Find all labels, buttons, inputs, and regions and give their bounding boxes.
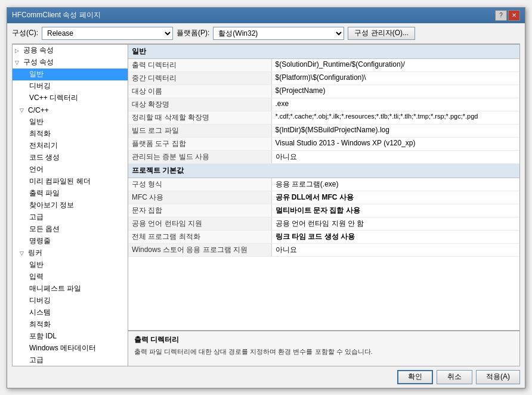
tree-item-vc-dirs[interactable]: VC++ 디렉터리 [13, 92, 128, 104]
prop-row-winstore: Windows 스토어 응용 프로그램 지원 아니요 [128, 243, 519, 256]
prop-row-target-name: 대상 이름 $(ProjectName) [128, 85, 519, 98]
property-table: 일반 출력 디렉터리 $(SolutionDir)_Runtime/$(Conf… [128, 45, 519, 257]
tree-item-general[interactable]: 일반 [13, 69, 128, 80]
prop-value-platform-toolset[interactable]: Visual Studio 2013 - Windows XP (v120_xp… [271, 137, 519, 150]
prop-name-output-dir: 출력 디렉터리 [128, 58, 271, 71]
tree-item-linker-debug[interactable]: 디버깅 [13, 295, 128, 307]
tree-item-config-props[interactable]: ▽ 구성 속성 [13, 57, 128, 69]
prop-row-inter-dir: 중간 디렉터리 $(Platform)\$(Configuration)\ [128, 71, 519, 85]
prop-row-platform-toolset: 플랫폼 도구 집합 Visual Studio 2013 - Windows X… [128, 137, 519, 150]
section-project-defaults-label: 프로젝트 기본값 [132, 166, 184, 175]
prop-name-config-type: 구성 형식 [128, 178, 271, 191]
window-title: HFCommClient 속성 페이지 [12, 10, 101, 20]
toolbar: 구성(C): Release 플랫폼(P): 활성(Win32) 구성 관리자(… [7, 23, 525, 43]
apply-button[interactable]: 적용(A) [476, 370, 520, 384]
tree-item-debugging[interactable]: 디버깅 [13, 80, 128, 92]
tree-item-linker-advanced[interactable]: 고급 [13, 354, 128, 366]
tree-item-linker-input[interactable]: 입력 [13, 271, 128, 283]
prop-value-winstore[interactable]: 아니요 [271, 243, 519, 256]
prop-value-output-dir[interactable]: $(SolutionDir)_Runtime/$(Configuration)/ [271, 58, 519, 71]
tree-item-linker-opt[interactable]: 최적화 [13, 319, 128, 331]
property-panel: 일반 출력 디렉터리 $(SolutionDir)_Runtime/$(Conf… [128, 44, 520, 366]
prop-name-clr-support: 공용 언어 런타임 지원 [128, 217, 271, 230]
collapse-icon-cpp: ▽ [20, 107, 27, 113]
tree-item-preprocessor[interactable]: 전처리기 [13, 140, 128, 152]
close-button[interactable]: ✕ [508, 10, 520, 21]
platform-select[interactable]: 활성(Win32) [213, 27, 344, 40]
collapse-icon: ▽ [15, 60, 22, 66]
prop-name-target-ext: 대상 확장명 [128, 98, 271, 111]
prop-name-clean-ext: 정리할 때 삭제할 확장명 [128, 111, 271, 124]
prop-value-clr-support[interactable]: 공용 언어 런타임 지원 안 함 [271, 217, 519, 230]
ok-button[interactable]: 확인 [397, 370, 433, 384]
prop-name-charset: 문자 집합 [128, 204, 271, 217]
prop-name-winstore: Windows 스토어 응용 프로그램 지원 [128, 243, 271, 256]
tree-item-embedded-idl[interactable]: 포함 IDL [13, 331, 128, 343]
prop-value-whole-prog-opt[interactable]: 링크 타임 코드 생성 사용 [271, 230, 519, 243]
tree-item-win-metadata[interactable]: Windows 메타데이터 [13, 343, 128, 354]
help-button[interactable]: ? [495, 10, 507, 21]
prop-name-managed-incr: 관리되는 증분 빌드 사용 [128, 150, 271, 163]
prop-value-mfc-use[interactable]: 공유 DLL에서 MFC 사용 [271, 191, 519, 204]
prop-row-whole-prog-opt: 전체 프로그램 최적화 링크 타임 코드 생성 사용 [128, 230, 519, 243]
tree-item-all-options[interactable]: 모든 옵션 [13, 223, 128, 235]
prop-value-build-log[interactable]: $(IntDir)$(MSBuildProjectName).log [271, 124, 519, 137]
tree-panel: ▷ ▷ 공용 속성 공용 속성 ▽ 구성 속성 일반 디버깅 VC++ 디렉터리… [12, 44, 128, 366]
prop-value-managed-incr[interactable]: 아니요 [271, 150, 519, 163]
prop-row-clr-support: 공용 언어 런타임 지원 공용 언어 런타임 지원 안 함 [128, 217, 519, 230]
tree-item-optimization[interactable]: 최적화 [13, 128, 128, 140]
prop-name-platform-toolset: 플랫폼 도구 집합 [128, 137, 271, 150]
prop-name-target-name: 대상 이름 [128, 85, 271, 98]
footer: 확인 취소 적용(A) [7, 366, 525, 388]
prop-name-inter-dir: 중간 디렉터리 [128, 71, 271, 85]
section-header-project-defaults: 프로젝트 기본값 [128, 163, 519, 178]
section-general-label: 일반 [132, 47, 146, 55]
prop-row-target-ext: 대상 확장명 .exe [128, 98, 519, 111]
config-manager-button[interactable]: 구성 관리자(O)... [348, 27, 415, 40]
tree-item-cmdline[interactable]: 명령줄 [13, 235, 128, 247]
main-content: ▷ ▷ 공용 속성 공용 속성 ▽ 구성 속성 일반 디버깅 VC++ 디렉터리… [12, 43, 520, 366]
property-table-area: 일반 출력 디렉터리 $(SolutionDir)_Runtime/$(Conf… [128, 45, 519, 330]
prop-row-mfc-use: MFC 사용 공유 DLL에서 MFC 사용 [128, 191, 519, 204]
prop-value-target-name[interactable]: $(ProjectName) [271, 85, 519, 98]
prop-row-clean-ext: 정리할 때 삭제할 확장명 *.cdf;*.cache;*.obj;*.ilk;… [128, 111, 519, 124]
prop-value-config-type[interactable]: 응용 프로그램(.exe) [271, 178, 519, 191]
prop-value-charset[interactable]: 멀티바이트 문자 집합 사용 [271, 204, 519, 217]
platform-label: 플랫폼(P): [177, 28, 209, 38]
tree-item-manifest[interactable]: 매니페스트 파일 [13, 283, 128, 295]
tree-item-cpp[interactable]: ▽ C/C++ [13, 104, 128, 116]
tree-item-advanced[interactable]: 고급 [13, 212, 128, 223]
tree-item-code-gen[interactable]: 코드 생성 [13, 152, 128, 164]
prop-name-mfc-use: MFC 사용 [128, 191, 271, 204]
title-bar: HFCommClient 속성 페이지 ? ✕ [7, 8, 525, 23]
prop-name-build-log: 빌드 로그 파일 [128, 124, 271, 137]
prop-row-config-type: 구성 형식 응용 프로그램(.exe) [128, 178, 519, 191]
tree-item-linker-general[interactable]: 일반 [13, 259, 128, 271]
description-panel: 출력 디렉터리 출력 파일 디렉터리에 대한 상대 경로를 지정하며 환경 변수… [128, 330, 519, 366]
tree-item-cpp-general[interactable]: 일반 [13, 116, 128, 128]
prop-value-clean-ext[interactable]: *.cdf;*.cache;*.obj;*.ilk;*.resources;*.… [271, 111, 519, 124]
tree-item-output-files[interactable]: 출력 파일 [13, 188, 128, 200]
config-select[interactable]: Release [42, 27, 173, 40]
description-text: 출력 파일 디렉터리에 대한 상대 경로를 지정하며 환경 변수를 포함할 수 … [134, 347, 514, 356]
tree-item-common-props[interactable]: ▷ ▷ 공용 속성 공용 속성 [13, 45, 128, 57]
collapse-icon-linker: ▽ [20, 250, 27, 256]
tree-item-linker[interactable]: ▽ 링커 [13, 247, 128, 259]
cancel-button[interactable]: 취소 [437, 370, 472, 384]
prop-value-inter-dir[interactable]: $(Platform)\$(Configuration)\ [271, 71, 519, 85]
prop-value-target-ext[interactable]: .exe [271, 98, 519, 111]
tree-item-language[interactable]: 언어 [13, 164, 128, 176]
dialog-window: HFCommClient 속성 페이지 ? ✕ 구성(C): Release 플… [7, 7, 525, 388]
config-label: 구성(C): [12, 28, 38, 38]
prop-row-build-log: 빌드 로그 파일 $(IntDir)$(MSBuildProjectName).… [128, 124, 519, 137]
prop-row-output-dir: 출력 디렉터리 $(SolutionDir)_Runtime/$(Configu… [128, 58, 519, 71]
title-bar-controls: ? ✕ [495, 10, 520, 21]
prop-row-charset: 문자 집합 멀티바이트 문자 집합 사용 [128, 204, 519, 217]
tree-item-system[interactable]: 시스템 [13, 307, 128, 319]
prop-row-managed-incr: 관리되는 증분 빌드 사용 아니요 [128, 150, 519, 163]
description-title: 출력 디렉터리 [134, 335, 514, 345]
tree-item-browse[interactable]: 찾아보기 정보 [13, 200, 128, 212]
tree-item-precomp[interactable]: 미리 컴파일된 헤더 [13, 176, 128, 188]
section-header-general: 일반 [128, 45, 519, 59]
expand-icon: ▷ [15, 48, 22, 54]
